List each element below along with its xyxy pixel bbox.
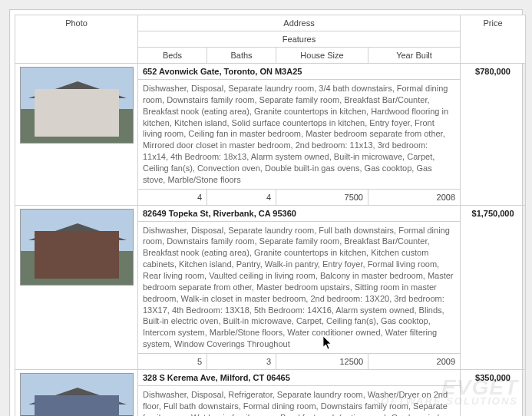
table-row[interactable]: 82649 Topeka St, Riverbank, CA 95360$1,7… [15, 205, 526, 221]
price-cell: $780,000 [461, 64, 526, 206]
cursor-icon [322, 336, 333, 350]
house-image [20, 209, 134, 286]
col-house-size[interactable]: House Size [276, 48, 368, 64]
col-year-built[interactable]: Year Built [368, 48, 461, 64]
price-cell: $350,000 [461, 369, 526, 416]
beds-cell: 5 [138, 353, 207, 369]
year-built-cell: 2009 [368, 353, 461, 369]
photo-cell[interactable] [15, 205, 138, 369]
col-address[interactable]: Address [138, 15, 461, 31]
photo-cell[interactable] [15, 64, 138, 206]
house-size-cell: 12500 [276, 353, 368, 369]
house-image [20, 67, 134, 144]
table-header: Photo Address Price Features Beds Baths … [15, 15, 526, 64]
table-row[interactable]: 328 S Kerema Ave, Milford, CT 06465$350,… [15, 369, 526, 385]
table-row[interactable]: 652 Avonwick Gate, Toronto, ON M3A25$780… [15, 64, 526, 80]
description-cell: Dishwasher, Disposal, Separate laundry r… [138, 80, 461, 190]
photo-cell[interactable] [15, 369, 138, 416]
price-cell: $1,750,000 [461, 205, 526, 369]
address-cell: 652 Avonwick Gate, Toronto, ON M3A25 [138, 64, 461, 80]
house-image [20, 373, 134, 416]
col-beds[interactable]: Beds [138, 48, 207, 64]
listings-table: Photo Address Price Features Beds Baths … [15, 15, 526, 416]
year-built-cell: 2008 [368, 189, 461, 205]
beds-cell: 4 [138, 189, 207, 205]
description-cell: Dishwasher, Disposal, Refrigerator, Sepa… [138, 385, 461, 416]
col-baths[interactable]: Baths [207, 48, 276, 64]
address-cell: 82649 Topeka St, Riverbank, CA 95360 [138, 205, 461, 221]
col-photo[interactable]: Photo [15, 15, 138, 64]
baths-cell: 3 [207, 353, 276, 369]
col-features[interactable]: Features [138, 31, 461, 48]
grid-panel: Photo Address Price Features Beds Baths … [9, 9, 523, 416]
col-price[interactable]: Price [461, 15, 526, 64]
house-size-cell: 7500 [276, 189, 368, 205]
address-cell: 328 S Kerema Ave, Milford, CT 06465 [138, 369, 461, 385]
baths-cell: 4 [207, 189, 276, 205]
description-cell: Dishwasher, Disposal, Separate laundry r… [138, 221, 461, 353]
